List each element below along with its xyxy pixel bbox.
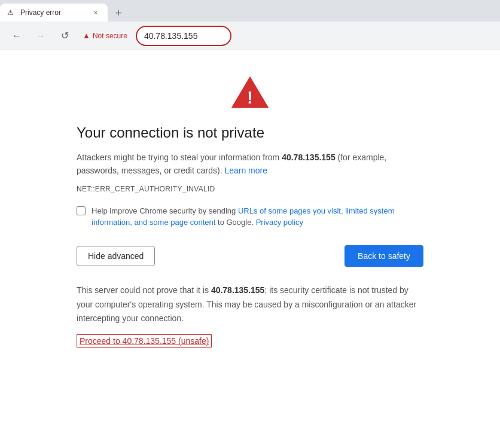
- not-secure-label: Not secure: [93, 32, 127, 40]
- advanced-text: This server could not prove that it is 4…: [77, 284, 423, 326]
- description-before: Attackers might be trying to steal your …: [77, 153, 282, 162]
- advanced-before: This server could not prove that it is: [77, 285, 211, 295]
- warning-large-icon: !: [229, 74, 271, 110]
- hide-advanced-button[interactable]: Hide advanced: [77, 246, 155, 266]
- advanced-host: 40.78.135.155: [211, 285, 265, 295]
- buttons-row: Hide advanced Back to safety: [77, 245, 423, 267]
- address-text: 40.78.135.155: [144, 31, 198, 41]
- page-content: ! Your connection is not private Attacke…: [0, 50, 500, 448]
- tab-title: Privacy error: [20, 8, 86, 17]
- proceed-link[interactable]: Proceed to 40.78.135.155 (unsafe): [77, 334, 212, 348]
- not-secure-indicator: ▲ Not secure: [79, 31, 131, 40]
- back-to-safety-button[interactable]: Back to safety: [344, 245, 423, 267]
- checkbox-area: Help improve Chrome security by sending …: [77, 205, 423, 228]
- checkbox-before: Help improve Chrome security by sending: [92, 206, 238, 215]
- improve-security-checkbox[interactable]: [77, 206, 86, 215]
- reload-button[interactable]: ↺: [55, 26, 74, 45]
- navigation-bar: ← → ↺ ▲ Not secure 40.78.135.155: [0, 22, 500, 50]
- privacy-policy-link[interactable]: Privacy policy: [256, 218, 303, 227]
- description-host: 40.78.135.155: [282, 153, 336, 162]
- forward-icon: →: [36, 31, 45, 41]
- error-code: NET::ERR_CERT_AUTHORITY_INVALID: [77, 185, 423, 193]
- page-title: Your connection is not private: [77, 124, 423, 141]
- svg-text:!: !: [247, 87, 253, 107]
- browser-tab[interactable]: ⚠ Privacy error ×: [0, 4, 108, 22]
- description-text: Attackers might be trying to steal your …: [77, 151, 423, 178]
- proceed-link-wrapper: Proceed to 40.78.135.155 (unsafe): [77, 336, 423, 346]
- tab-close-button[interactable]: ×: [91, 8, 100, 17]
- new-tab-button[interactable]: +: [110, 5, 127, 22]
- checkbox-label: Help improve Chrome security by sending …: [92, 205, 423, 228]
- warning-small-icon: ▲: [83, 31, 90, 40]
- error-container: ! Your connection is not private Attacke…: [77, 74, 423, 346]
- tab-favicon-icon: ⚠: [7, 8, 16, 17]
- address-bar[interactable]: 40.78.135.155: [136, 26, 231, 46]
- warning-icon-wrapper: !: [77, 74, 423, 110]
- back-icon: ←: [12, 31, 22, 41]
- browser-frame: ⚠ Privacy error × + ← → ↺ ▲ Not secure 4…: [0, 0, 500, 448]
- back-button[interactable]: ←: [7, 26, 26, 45]
- learn-more-link[interactable]: Learn more: [224, 166, 267, 175]
- forward-button[interactable]: →: [31, 26, 50, 45]
- tab-bar: ⚠ Privacy error × +: [0, 0, 500, 22]
- warning-svg: !: [229, 74, 271, 110]
- checkbox-after: to Google.: [215, 218, 255, 227]
- reload-icon: ↺: [61, 30, 69, 41]
